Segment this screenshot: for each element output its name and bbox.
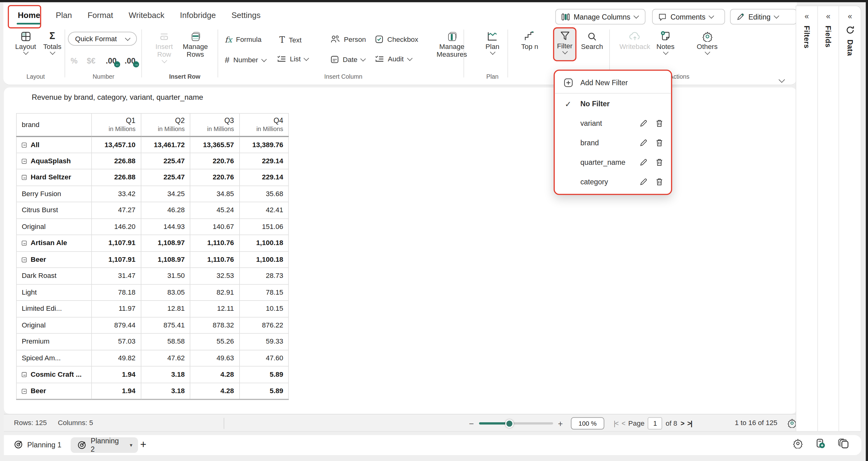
edit-pencil-icon[interactable]: [639, 119, 648, 127]
insert-date-button[interactable]: Date: [331, 55, 365, 63]
column-header-q3[interactable]: Q3in Millions: [190, 113, 239, 136]
writeback-button[interactable]: Writeback: [618, 31, 652, 51]
layout-button[interactable]: Layout: [11, 31, 40, 54]
insert-number-button[interactable]: # Number: [225, 55, 266, 65]
menu-tab-infobridge[interactable]: Infobridge: [179, 8, 217, 21]
insert-row-button[interactable]: Insert Row: [149, 31, 179, 62]
zoom-level-box[interactable]: 100 %: [571, 417, 604, 430]
decrease-decimal-button[interactable]: .00←: [106, 56, 117, 65]
editing-mode-button[interactable]: Editing: [730, 9, 797, 25]
expand-panel-icon[interactable]: «: [805, 12, 809, 21]
new-report-icon[interactable]: [815, 438, 826, 449]
collapse-icon[interactable]: [22, 175, 27, 180]
row-label[interactable]: All: [17, 136, 92, 153]
manage-measures-button[interactable]: Manage Measures: [433, 31, 471, 59]
row-label[interactable]: Limited Edi...: [17, 300, 92, 317]
sheet-tab-planning-2[interactable]: Planning 2 ▼: [70, 437, 138, 453]
manage-rows-button[interactable]: Manage Rows: [179, 31, 211, 59]
delete-trash-icon[interactable]: [655, 158, 663, 167]
fields-panel-tab[interactable]: « Fields: [818, 6, 840, 431]
top-n-button[interactable]: Top n: [517, 31, 543, 51]
row-label[interactable]: Premium: [17, 334, 92, 350]
collapse-icon[interactable]: [22, 372, 27, 377]
row-label[interactable]: Beer: [17, 251, 92, 268]
search-button[interactable]: Search: [579, 31, 605, 51]
row-label[interactable]: Cosmic Craft ...: [17, 366, 92, 383]
no-filter-item[interactable]: ✓ No Filter: [555, 94, 671, 114]
menu-tab-home[interactable]: Home: [17, 8, 41, 21]
currency-format-button[interactable]: $€: [87, 56, 96, 65]
comments-button[interactable]: Comments: [652, 9, 725, 25]
filter-item-variant[interactable]: variant: [555, 114, 671, 133]
collapse-icon[interactable]: [22, 257, 27, 262]
row-label[interactable]: Spiced Am...: [17, 350, 92, 366]
tab-menu-arrow-icon[interactable]: ▼: [129, 443, 133, 448]
manage-columns-button[interactable]: Manage Columns: [555, 9, 645, 25]
insert-audit-button[interactable]: Audit: [375, 55, 411, 63]
row-label[interactable]: AquaSplash: [17, 153, 92, 169]
insert-checkbox-button[interactable]: Checkbox: [375, 35, 418, 44]
page-number-input[interactable]: [648, 417, 662, 430]
collapse-icon[interactable]: [22, 159, 27, 164]
delete-trash-icon[interactable]: [655, 139, 663, 147]
settings-gear-icon[interactable]: [793, 438, 803, 449]
data-panel-tab[interactable]: « Data: [839, 6, 861, 431]
menu-tab-format[interactable]: Format: [86, 8, 114, 21]
zoom-out-button[interactable]: −: [469, 419, 474, 428]
add-new-filter-item[interactable]: Add New Filter: [555, 73, 671, 93]
column-header-q2[interactable]: Q2in Millions: [141, 113, 190, 136]
row-label[interactable]: Original: [17, 317, 92, 334]
filters-panel-tab[interactable]: « Filters: [796, 6, 818, 431]
column-header-brand[interactable]: brand: [17, 113, 92, 136]
row-label[interactable]: Beer: [17, 383, 92, 399]
insert-text-button[interactable]: T Text: [279, 35, 302, 45]
zoom-slider[interactable]: [479, 422, 553, 425]
quick-format-select[interactable]: Quick Format: [68, 32, 137, 46]
delete-trash-icon[interactable]: [655, 119, 663, 127]
zoom-in-button[interactable]: +: [558, 419, 563, 428]
column-header-q1[interactable]: Q1in Millions: [92, 113, 141, 136]
insert-person-button[interactable]: Person: [331, 35, 366, 44]
collapse-icon[interactable]: [22, 241, 27, 246]
row-label[interactable]: Light: [17, 284, 92, 300]
previous-page-button[interactable]: <: [622, 420, 625, 427]
expand-panel-icon[interactable]: «: [848, 12, 852, 21]
row-label[interactable]: Dark Roast: [17, 268, 92, 284]
filter-item-quarter-name[interactable]: quarter_name: [555, 153, 671, 172]
filter-item-brand[interactable]: brand: [555, 133, 671, 153]
expand-panel-icon[interactable]: «: [826, 12, 830, 21]
row-label[interactable]: Hard Seltzer: [17, 169, 92, 185]
percent-format-button[interactable]: %: [70, 56, 78, 65]
sheet-tab-planning-1[interactable]: Planning 1: [14, 440, 62, 449]
plan-button[interactable]: Plan: [479, 31, 505, 54]
totals-button[interactable]: Σ Totals: [40, 31, 64, 54]
insert-list-button[interactable]: List: [277, 55, 309, 63]
column-header-q4[interactable]: Q4in Millions: [239, 113, 288, 136]
menu-tab-settings[interactable]: Settings: [230, 8, 261, 21]
insert-formula-button[interactable]: fx Formula: [225, 35, 261, 44]
others-button[interactable]: Others: [693, 31, 721, 54]
menu-tab-writeback[interactable]: Writeback: [127, 8, 165, 21]
add-sheet-button[interactable]: +: [140, 438, 146, 451]
filter-item-category[interactable]: category: [555, 172, 671, 192]
edit-pencil-icon[interactable]: [639, 139, 648, 147]
menu-tab-plan[interactable]: Plan: [55, 8, 73, 21]
row-label[interactable]: Artisan Ale: [17, 235, 92, 251]
copies-stack-icon[interactable]: [838, 438, 849, 449]
zoom-slider-thumb[interactable]: [505, 419, 514, 428]
next-page-button[interactable]: >: [680, 420, 684, 427]
grid-settings-gear-icon[interactable]: [787, 418, 797, 428]
first-page-button[interactable]: |<: [614, 420, 618, 427]
collapse-icon[interactable]: [22, 142, 27, 147]
row-label[interactable]: Berry Fusion: [17, 185, 92, 202]
row-label[interactable]: Citrus Burst: [17, 202, 92, 219]
filter-button[interactable]: Filter: [554, 30, 575, 54]
refresh-icon[interactable]: [845, 26, 855, 35]
row-label[interactable]: Original: [17, 219, 92, 235]
collapse-ribbon-button[interactable]: [779, 74, 784, 84]
collapse-icon[interactable]: [22, 388, 27, 394]
last-page-button[interactable]: >|: [687, 420, 692, 427]
notes-button[interactable]: Notes: [653, 31, 678, 54]
edit-pencil-icon[interactable]: [639, 178, 648, 186]
increase-decimal-button[interactable]: .00→: [125, 56, 135, 65]
